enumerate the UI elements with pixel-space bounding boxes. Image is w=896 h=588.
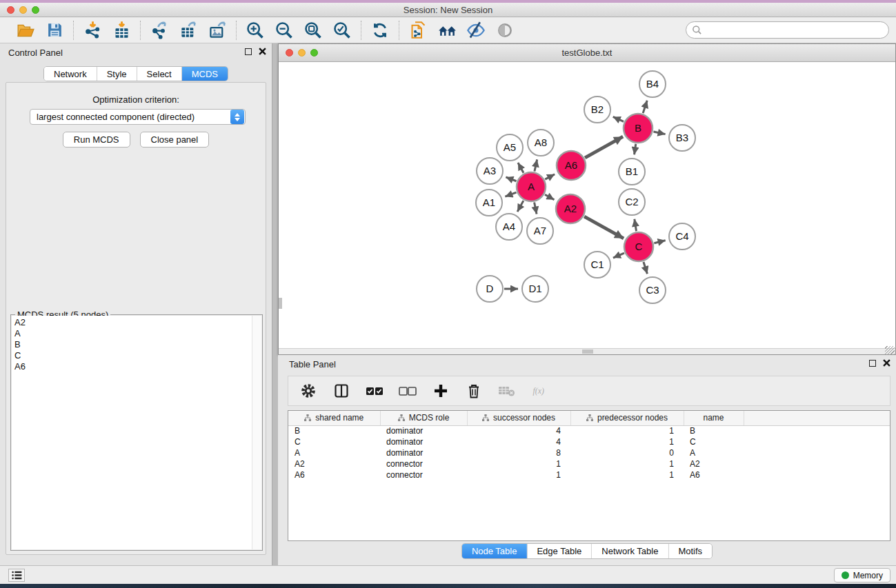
- graph-edge-A-A7[interactable]: [535, 203, 537, 214]
- graph-node-B1[interactable]: B1: [619, 159, 645, 185]
- tab-edge-table[interactable]: Edge Table: [527, 544, 592, 558]
- graph-edge-C-C3[interactable]: [644, 262, 647, 274]
- graph-edge-B-B1[interactable]: [635, 144, 636, 154]
- zoom-fit-icon[interactable]: [303, 20, 323, 41]
- mcds-result-item[interactable]: A: [14, 328, 252, 339]
- mcds-result-item[interactable]: B: [14, 339, 252, 350]
- trash-icon[interactable]: [465, 382, 483, 400]
- graph-edge-A-A2[interactable]: [545, 194, 554, 200]
- graph-node-A4[interactable]: A4: [496, 214, 522, 240]
- maximize-window-button[interactable]: [32, 6, 39, 14]
- close-panel-icon[interactable]: [259, 48, 266, 55]
- graph-node-C[interactable]: C: [624, 232, 653, 261]
- document-network-icon[interactable]: [408, 20, 428, 41]
- graph-node-C4[interactable]: C4: [669, 223, 695, 250]
- splitter-handle-left[interactable]: [279, 298, 282, 309]
- mcds-result-item[interactable]: A6: [14, 361, 252, 372]
- column-header-predecessor-nodes[interactable]: predecessor nodes: [570, 411, 684, 425]
- node-table[interactable]: shared nameMCDS rolesuccessor nodesprede…: [288, 410, 890, 541]
- graph-edge-A-A6[interactable]: [545, 174, 555, 179]
- close-panel-button[interactable]: Close panel: [140, 132, 210, 148]
- select-all-icon[interactable]: [366, 382, 384, 400]
- save-floppy-icon[interactable]: [44, 20, 65, 41]
- graph-node-A5[interactable]: A5: [497, 134, 523, 161]
- mcds-result-item[interactable]: A2: [14, 317, 252, 328]
- graph-node-A2[interactable]: A2: [556, 194, 585, 223]
- plus-icon[interactable]: [432, 382, 450, 400]
- graph-node-A[interactable]: A: [517, 172, 546, 201]
- network-minimize-button[interactable]: [298, 49, 306, 57]
- tab-mcds[interactable]: MCDS: [182, 67, 228, 81]
- network-close-button[interactable]: [286, 49, 293, 57]
- table-row[interactable]: Cdominator41C: [288, 436, 890, 447]
- graph-edge-B-B3[interactable]: [653, 132, 665, 134]
- eye-icon[interactable]: [495, 20, 515, 41]
- export-network-icon[interactable]: [149, 20, 170, 41]
- graph-node-C2[interactable]: C2: [619, 189, 645, 215]
- graph-node-A8[interactable]: A8: [528, 130, 554, 156]
- tab-style[interactable]: Style: [97, 67, 137, 81]
- graph-node-A6[interactable]: A6: [557, 151, 586, 180]
- refresh-icon[interactable]: [370, 20, 390, 41]
- zoom-out-icon[interactable]: [274, 20, 295, 41]
- import-table-icon[interactable]: [111, 20, 132, 41]
- network-maximize-button[interactable]: [310, 49, 318, 57]
- graph-edge-B-B4[interactable]: [643, 101, 647, 113]
- graph-edge-A-A4[interactable]: [517, 201, 524, 212]
- graph-node-A3[interactable]: A3: [477, 158, 503, 184]
- graph-edge-C-C1[interactable]: [613, 253, 624, 258]
- graph-node-A7[interactable]: A7: [527, 218, 553, 244]
- graph-edge-C-C4[interactable]: [654, 241, 665, 243]
- zoom-in-icon[interactable]: [245, 20, 266, 41]
- network-window-titlebar[interactable]: testGlobe.txt: [279, 44, 895, 62]
- network-canvas[interactable]: B4B2BB3A5A8A6B1A3AA1C2A2A4A7C4CC1C3DD1: [279, 63, 895, 348]
- graph-node-D[interactable]: D: [477, 276, 503, 302]
- column-header-shared-name[interactable]: shared name: [288, 411, 380, 425]
- close-window-button[interactable]: [7, 6, 14, 14]
- columns-icon[interactable]: [332, 382, 350, 400]
- graph-node-A1[interactable]: A1: [476, 190, 502, 216]
- run-mcds-button[interactable]: Run MCDS: [63, 132, 130, 148]
- graph-edge-A-A3[interactable]: [506, 177, 516, 181]
- graph-edge-B-B2[interactable]: [613, 116, 624, 121]
- graph-node-C3[interactable]: C3: [639, 277, 666, 303]
- eye-slash-icon[interactable]: [466, 20, 486, 41]
- tab-select[interactable]: Select: [137, 67, 182, 81]
- table-row[interactable]: Bdominator41B: [288, 425, 890, 436]
- graph-edge-C-C2[interactable]: [635, 219, 637, 232]
- double-home-icon[interactable]: [437, 20, 457, 41]
- gear-icon[interactable]: [299, 382, 317, 400]
- tab-network-table[interactable]: Network Table: [592, 544, 668, 558]
- graph-edge-A2-C[interactable]: [584, 216, 624, 239]
- float-panel-icon[interactable]: [245, 48, 252, 55]
- float-table-panel-icon[interactable]: [869, 360, 876, 367]
- tab-node-table[interactable]: Node Table: [462, 544, 528, 558]
- close-table-panel-icon[interactable]: [883, 359, 890, 367]
- graph-node-C1[interactable]: C1: [584, 252, 610, 278]
- task-history-button[interactable]: [8, 569, 25, 582]
- result-scrollbar[interactable]: [252, 316, 261, 549]
- mcds-result-item[interactable]: C: [14, 350, 252, 361]
- graph-edge-A-A1[interactable]: [505, 192, 516, 196]
- column-header-name[interactable]: name: [684, 411, 744, 425]
- criterion-select[interactable]: largest connected component (directed): [30, 109, 246, 125]
- graph-node-B[interactable]: B: [624, 114, 653, 143]
- open-folder-icon[interactable]: [15, 20, 36, 41]
- graph-node-B3[interactable]: B3: [669, 125, 695, 151]
- mcds-result-list[interactable]: A2ABCA6: [12, 316, 252, 549]
- search-field[interactable]: [686, 21, 889, 39]
- import-network-icon[interactable]: [82, 20, 103, 41]
- export-table-icon[interactable]: [178, 20, 199, 41]
- tab-motifs[interactable]: Motifs: [668, 544, 712, 558]
- deselect-all-icon[interactable]: [399, 382, 417, 400]
- graph-node-B4[interactable]: B4: [639, 71, 666, 97]
- memory-button[interactable]: Memory: [834, 568, 890, 582]
- graph-edge-A-A5[interactable]: [518, 163, 524, 173]
- zoom-selected-icon[interactable]: [332, 20, 352, 41]
- search-input[interactable]: [706, 23, 888, 37]
- graph-node-B2[interactable]: B2: [584, 97, 610, 123]
- minimize-window-button[interactable]: [19, 6, 27, 14]
- graph-edge-A6-B[interactable]: [585, 136, 623, 158]
- tab-network[interactable]: Network: [44, 67, 97, 81]
- resize-grip-icon[interactable]: [885, 346, 895, 354]
